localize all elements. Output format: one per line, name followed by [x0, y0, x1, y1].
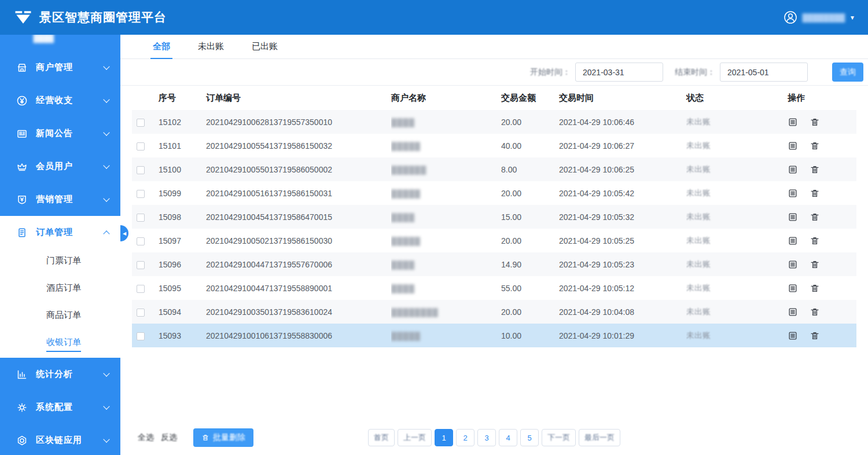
cell-time: 2021-04-29 10:05:23 — [559, 252, 686, 276]
cell-serial: 15094 — [159, 300, 206, 324]
sidebar-item-0[interactable]: 商户管理 — [0, 51, 120, 84]
end-time-label: 结束时间： — [675, 67, 715, 78]
sidebar-subitem-label: 收银订单 — [46, 337, 81, 352]
sidebar-item-4[interactable]: 营销管理 — [0, 183, 120, 216]
select-all-link[interactable]: 全选 — [138, 432, 154, 443]
end-date-input[interactable]: 2021-05-01 — [720, 63, 808, 82]
trash-icon[interactable] — [810, 117, 820, 127]
cell-order-no: 2021042910044713719557670006 — [206, 252, 391, 276]
cell-order-no: 2021042910055413719586150032 — [206, 134, 391, 157]
detail-icon[interactable] — [788, 331, 798, 341]
sidebar-subitem-3[interactable]: 收银订单 — [0, 331, 120, 358]
caret-down-icon: ▼ — [849, 14, 855, 21]
cell-merchant-masked: ████████ — [391, 308, 439, 317]
trash-icon[interactable] — [810, 283, 820, 293]
chevron-down-icon — [103, 129, 109, 135]
detail-icon[interactable] — [788, 259, 798, 270]
table-row-15100[interactable]: 15100 2021042910055013719586050002 █████… — [132, 157, 856, 181]
invert-select-link[interactable]: 反选 — [161, 432, 177, 443]
trash-icon[interactable] — [810, 307, 820, 317]
cell-time: 2021-04-29 10:05:42 — [559, 181, 686, 205]
detail-icon[interactable] — [788, 188, 798, 199]
row-checkbox[interactable] — [137, 190, 145, 198]
row-checkbox[interactable] — [137, 309, 145, 317]
tab-0[interactable]: 全部 — [144, 35, 179, 58]
table-row-15097[interactable]: 15097 2021042910050213719586150030 █████… — [132, 229, 856, 252]
table-row-15095[interactable]: 15095 2021042910044713719558890001 ████ … — [132, 276, 856, 300]
sidebar-item-label: 系统配置 — [36, 402, 73, 413]
detail-icon[interactable] — [788, 117, 798, 127]
trash-icon[interactable] — [810, 188, 820, 199]
cell-time: 2021-04-29 10:05:12 — [559, 276, 686, 300]
sidebar-item-2[interactable]: 新闻公告 — [0, 117, 120, 150]
row-checkbox[interactable] — [137, 285, 145, 293]
cell-amount: 20.00 — [501, 229, 559, 252]
page-number-5[interactable]: 5 — [520, 429, 539, 446]
row-checkbox[interactable] — [137, 237, 145, 245]
sidebar-subitem-2[interactable]: 商品订单 — [0, 303, 120, 331]
row-checkbox[interactable] — [137, 142, 145, 151]
detail-icon[interactable] — [788, 164, 798, 175]
sidebar-subitem-1[interactable]: 酒店订单 — [0, 276, 120, 303]
sidebar-item-7[interactable]: 系统配置 — [0, 391, 120, 424]
page-first-button[interactable]: 首页 — [368, 429, 395, 446]
detail-icon[interactable] — [788, 307, 798, 317]
sidebar-item-clipped-label: ▇▇▇ — [34, 35, 54, 43]
table-row-15102[interactable]: 15102 2021042910062813719557350010 ████ … — [132, 110, 856, 134]
user-avatar-icon — [784, 10, 797, 24]
trash-icon — [201, 434, 209, 442]
start-date-input[interactable]: 2021-03-31 — [575, 63, 663, 82]
sidebar-subitem-label: 门票订单 — [46, 255, 81, 270]
page-number-2[interactable]: 2 — [456, 429, 475, 446]
page-number-4[interactable]: 4 — [499, 429, 517, 446]
sidebar-subitem-0[interactable]: 门票订单 — [0, 249, 120, 276]
sidebar-menu: 商户管理 经营收支 新闻公告 会员用户 营销管理 订单管理 门票订单 酒店订单 … — [0, 51, 120, 455]
row-checkbox[interactable] — [137, 214, 145, 222]
cell-merchant-masked: █████ — [391, 142, 421, 151]
detail-icon[interactable] — [788, 141, 798, 151]
detail-icon[interactable] — [788, 283, 798, 293]
sidebar-item-3[interactable]: 会员用户 — [0, 150, 120, 183]
trash-icon[interactable] — [810, 236, 820, 246]
detail-icon[interactable] — [788, 212, 798, 222]
user-menu[interactable]: ████████ ▼ — [784, 10, 855, 24]
sidebar-item-label: 统计分析 — [36, 369, 73, 380]
trash-icon[interactable] — [810, 259, 820, 270]
sidebar-item-1[interactable]: 经营收支 — [0, 84, 120, 117]
trash-icon[interactable] — [810, 212, 820, 222]
cell-serial: 15102 — [159, 110, 206, 134]
trash-icon[interactable] — [810, 141, 820, 151]
pagination: 首页 上一页12345下一页 最后一页 — [368, 429, 620, 446]
row-checkbox[interactable] — [137, 332, 145, 340]
sidebar-item-clipped[interactable]: ▇▇▇ — [0, 35, 120, 51]
table-row-15093[interactable]: 15093 2021042910010613719558830006 █████… — [132, 324, 856, 347]
query-button[interactable]: 查询 — [832, 63, 863, 82]
trash-icon[interactable] — [810, 164, 820, 175]
row-checkbox[interactable] — [137, 119, 145, 127]
batch-delete-button[interactable]: 批量删除 — [193, 428, 253, 447]
table-row-15099[interactable]: 15099 2021042910051613719586150031 █████… — [132, 181, 856, 205]
sidebar-item-5[interactable]: 订单管理 — [0, 216, 120, 249]
row-checkbox[interactable] — [137, 166, 145, 174]
page-prev-button[interactable]: 上一页 — [398, 429, 432, 446]
page-number-1[interactable]: 1 — [435, 429, 453, 446]
sidebar-item-label: 区块链应用 — [36, 435, 82, 446]
table-row-15094[interactable]: 15094 2021042910035013719583610024 █████… — [132, 300, 856, 324]
detail-icon[interactable] — [788, 236, 798, 246]
shop-icon — [16, 61, 29, 74]
table-row-15096[interactable]: 15096 2021042910044713719557670006 ████ … — [132, 252, 856, 276]
page-number-3[interactable]: 3 — [477, 429, 496, 446]
row-checkbox[interactable] — [137, 261, 145, 269]
trash-icon[interactable] — [810, 331, 820, 341]
table-row-15101[interactable]: 15101 2021042910055413719586150032 █████… — [132, 134, 856, 157]
page-next-button[interactable]: 下一页 — [542, 429, 576, 446]
tab-2[interactable]: 已出账 — [242, 35, 287, 58]
table-row-15098[interactable]: 15098 2021042910045413719586470015 ████ … — [132, 205, 856, 229]
cell-amount: 10.00 — [501, 324, 559, 347]
page-last-button[interactable]: 最后一页 — [579, 429, 620, 446]
cell-merchant-masked: ████ — [391, 213, 415, 222]
sidebar-item-8[interactable]: 区块链应用 — [0, 424, 120, 455]
footer-bar: 全选 反选 批量删除 首页 上一页12345下一页 最后一页 — [120, 420, 868, 455]
tab-1[interactable]: 未出账 — [189, 35, 233, 58]
sidebar-item-6[interactable]: 统计分析 — [0, 358, 120, 391]
